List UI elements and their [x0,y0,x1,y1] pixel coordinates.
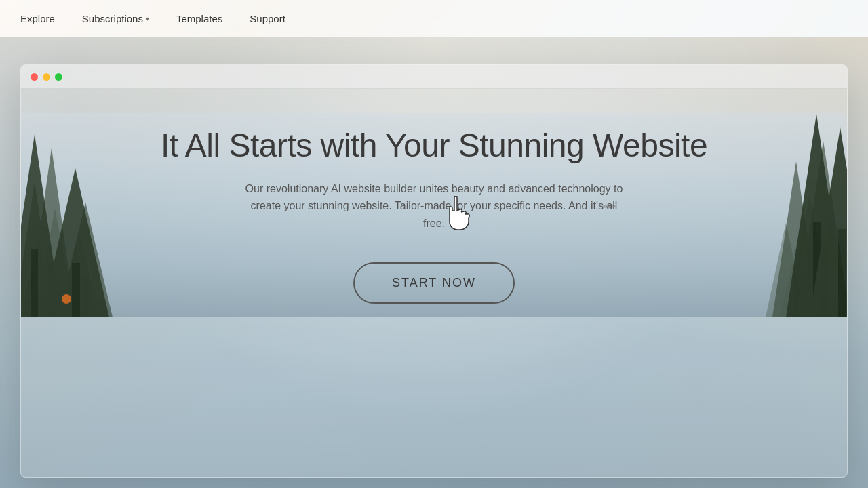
svg-marker-2 [82,256,109,317]
svg-marker-19 [786,195,833,317]
browser-titlebar [21,65,847,89]
hero-headline: It All Starts with Your Stunning Website [161,126,707,165]
svg-rect-15 [72,263,80,317]
trees-left-decoration [21,64,170,317]
traffic-light-red [31,73,38,81]
browser-window: It All Starts with Your Stunning Website… [20,64,848,478]
svg-rect-13 [31,249,38,317]
svg-marker-5 [58,229,99,317]
svg-marker-16 [779,263,806,317]
svg-rect-9 [48,263,55,317]
svg-rect-7 [31,270,38,317]
svg-rect-22 [794,249,801,317]
svg-marker-23 [796,141,847,317]
nav-item-templates[interactable]: Templates [176,13,222,24]
svg-rect-24 [821,243,829,317]
trees-right-decoration [677,64,847,317]
svg-marker-12 [21,134,62,317]
browser-content: It All Starts with Your Stunning Website… [21,113,847,317]
svg-marker-21 [772,161,820,317]
hero-subheadline: Our revolutionary AI website builder uni… [244,180,624,232]
svg-marker-20 [810,216,847,317]
svg-marker-27 [810,127,847,317]
svg-rect-11 [82,277,89,317]
svg-marker-18 [766,222,806,317]
traffic-light-yellow [43,73,50,81]
start-now-button[interactable]: START NOW [353,262,515,304]
svg-marker-17 [793,236,827,317]
svg-rect-26 [813,222,821,317]
svg-marker-3 [21,236,55,317]
svg-rect-28 [838,229,846,317]
svg-marker-14 [41,168,109,317]
traffic-light-green [55,73,62,81]
svg-marker-1 [62,243,89,317]
svg-marker-25 [786,114,847,317]
nav-item-subscriptions[interactable]: Subscriptions ▾ [82,13,149,24]
svg-marker-8 [28,148,75,317]
chevron-down-icon: ▾ [146,15,149,22]
orange-dot-decoration [62,294,71,304]
svg-marker-6 [21,182,55,317]
top-navigation: Explore Subscriptions ▾ Templates Suppor… [0,0,868,37]
nav-item-explore[interactable]: Explore [20,13,55,24]
svg-marker-0 [41,270,68,317]
nav-item-support[interactable]: Support [250,13,285,24]
